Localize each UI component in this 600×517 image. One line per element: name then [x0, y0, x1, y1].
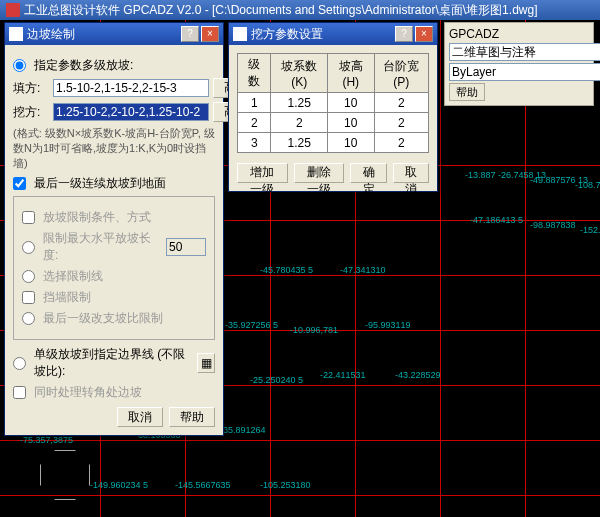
cell[interactable]: 2	[374, 133, 428, 153]
grid-line	[440, 20, 441, 517]
help-icon[interactable]: ?	[181, 26, 199, 42]
dialog-titlebar[interactable]: 挖方参数设置 ?×	[229, 23, 437, 45]
spec-label: 指定参数多级放坡:	[34, 57, 133, 74]
dialog-titlebar[interactable]: 边坡绘制 ?×	[5, 23, 223, 45]
del-button[interactable]: 删除一级	[294, 163, 345, 183]
chk-corner	[13, 386, 26, 399]
grid-line	[0, 440, 600, 441]
grid-line	[0, 495, 600, 496]
pick-icon[interactable]: ▦	[197, 353, 215, 373]
table-row[interactable]: 31.25102	[238, 133, 429, 153]
help-button[interactable]: 帮助	[449, 83, 485, 101]
coord-label: -45.780435 5	[260, 265, 313, 275]
close-icon[interactable]: ×	[415, 26, 433, 42]
view-combo[interactable]	[449, 43, 600, 61]
app-titlebar: 工业总图设计软件 GPCADZ V2.0 - [C:\Documents and…	[0, 0, 600, 20]
single-label: 单级放坡到指定边界线 (不限坡比):	[34, 346, 193, 380]
coord-label: -152.7	[580, 225, 600, 235]
cell[interactable]: 2	[374, 113, 428, 133]
format-hint: (格式: 级数N×坡系数K-坡高H-台阶宽P, 级数N为1时可省略,坡度为1:K…	[13, 126, 215, 171]
params-table[interactable]: 级数坡系数(K)坡高(H)台阶宽(P) 11.251022210231.2510…	[237, 53, 429, 153]
coord-label: -105.253180	[260, 480, 311, 490]
coord-label: -22.411531	[320, 370, 366, 380]
coord-label: -35.891264	[220, 425, 266, 435]
radio-single[interactable]	[13, 357, 26, 370]
cancel-button[interactable]: 取消	[393, 163, 429, 183]
help-icon[interactable]: ?	[395, 26, 413, 42]
table-row[interactable]: 11.25102	[238, 93, 429, 113]
chk-limit-label: 放坡限制条件、方式	[43, 209, 151, 226]
cell[interactable]: 10	[328, 93, 375, 113]
cell[interactable]: 2	[374, 93, 428, 113]
coord-label: -10.996,781	[290, 325, 338, 335]
dialog-icon	[233, 27, 247, 41]
cut-input[interactable]	[53, 103, 209, 121]
cut-params-dialog: 挖方参数设置 ?× 级数坡系数(K)坡高(H)台阶宽(P) 11.2510222…	[228, 22, 438, 192]
coord-label: -47.341310	[340, 265, 386, 275]
cell[interactable]: 10	[328, 113, 375, 133]
wall-label: 挡墙限制	[43, 289, 91, 306]
ok-button[interactable]: 确定	[350, 163, 386, 183]
dialog-title: 边坡绘制	[27, 26, 75, 43]
maxlen-input	[166, 238, 206, 256]
cell[interactable]: 10	[328, 133, 375, 153]
corner-label: 同时处理转角处边坡	[34, 384, 142, 401]
radio-selline	[22, 270, 35, 283]
fill-label: 填方:	[13, 80, 49, 97]
coord-label: -108.79	[575, 180, 600, 190]
cell[interactable]: 1	[238, 93, 271, 113]
chk-wall	[22, 291, 35, 304]
coord-label: -98.987838	[530, 220, 576, 230]
lastwall-label: 最后一级改支坡比限制	[43, 310, 163, 327]
col-header: 坡高(H)	[328, 54, 375, 93]
radio-spec[interactable]	[13, 59, 26, 72]
col-header: 级数	[238, 54, 271, 93]
chk-last[interactable]	[13, 177, 26, 190]
layer-combo[interactable]	[449, 63, 600, 81]
help-button[interactable]: 帮助	[169, 407, 215, 427]
coord-label: -149.960234 5	[90, 480, 148, 490]
close-icon[interactable]: ×	[201, 26, 219, 42]
toolbar-name: GPCADZ	[449, 27, 499, 41]
chk-last-label: 最后一级连续放坡到地面	[34, 175, 166, 192]
table-row[interactable]: 22102	[238, 113, 429, 133]
cell[interactable]: 1.25	[271, 93, 328, 113]
right-toolbar: GPCADZ 帮助	[444, 22, 594, 106]
radio-lastwall	[22, 312, 35, 325]
app-icon	[6, 3, 20, 17]
fill-input[interactable]	[53, 79, 209, 97]
coord-label: -75.357,3875	[20, 435, 73, 445]
maxlen-label: 限制最大水平放坡长度:	[43, 230, 162, 264]
col-header: 台阶宽(P)	[374, 54, 428, 93]
cell[interactable]: 2	[271, 113, 328, 133]
polygon-shape	[40, 450, 90, 500]
coord-label: -25.250240 5	[250, 375, 303, 385]
radio-maxlen	[22, 241, 35, 254]
coord-label: -95.993119	[365, 320, 411, 330]
add-button[interactable]: 增加一级	[237, 163, 288, 183]
chk-limit[interactable]	[22, 211, 35, 224]
cell[interactable]: 2	[238, 113, 271, 133]
coord-label: -35.927256 5	[225, 320, 278, 330]
dialog-title: 挖方参数设置	[251, 26, 323, 43]
coord-label: -145.5667635	[175, 480, 231, 490]
cell[interactable]: 1.25	[271, 133, 328, 153]
cut-label: 挖方:	[13, 104, 49, 121]
selline-label: 选择限制线	[43, 268, 103, 285]
dialog-icon	[9, 27, 23, 41]
coord-label: -43.228529	[395, 370, 441, 380]
cancel-button[interactable]: 取消	[117, 407, 163, 427]
col-header: 坡系数(K)	[271, 54, 328, 93]
cell[interactable]: 3	[238, 133, 271, 153]
app-title-text: 工业总图设计软件 GPCADZ V2.0 - [C:\Documents and…	[24, 2, 537, 19]
slope-dialog: 边坡绘制 ?× 指定参数多级放坡: 填方:高级 挖方:高级 (格式: 级数N×坡…	[4, 22, 224, 436]
coord-label: -47.186413 5	[470, 215, 523, 225]
